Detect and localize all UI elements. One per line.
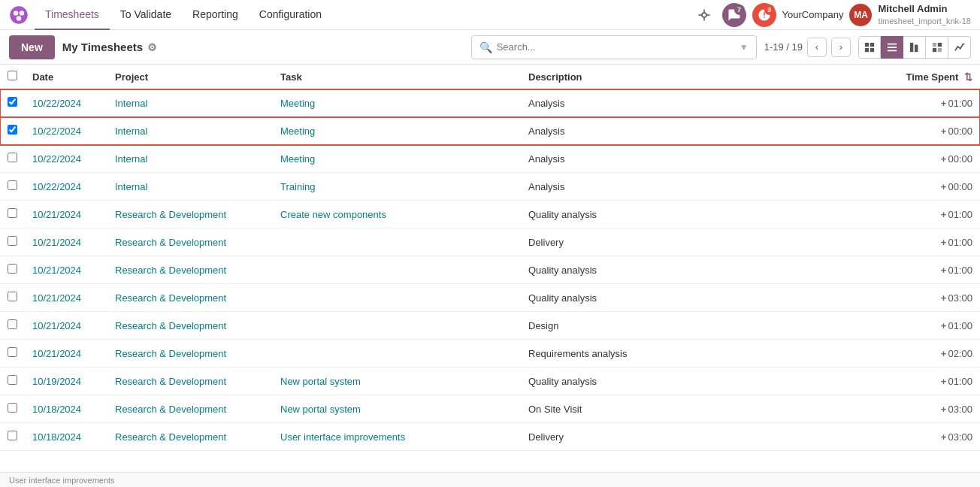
row-task[interactable]: Meeting [273, 89, 521, 117]
table-row[interactable]: 10/21/2024 Research & Development Create… [0, 201, 980, 228]
view-kanban-btn[interactable] [858, 36, 881, 59]
view-pivot-btn[interactable] [926, 36, 948, 59]
nav-reporting[interactable]: Reporting [182, 0, 249, 30]
search-dropdown-arrow[interactable]: ▼ [740, 42, 749, 53]
time-add-icon[interactable]: + [941, 431, 947, 443]
nav-configuration[interactable]: Configuration [249, 0, 332, 30]
row-task[interactable]: New portal system [273, 368, 521, 395]
row-checkbox[interactable] [8, 431, 17, 440]
row-checkbox-cell [0, 228, 25, 256]
row-checkbox[interactable] [8, 180, 17, 190]
table-row[interactable]: 10/18/2024 Research & Development User i… [0, 423, 980, 451]
header-description[interactable]: Description [521, 65, 897, 89]
row-task[interactable]: Meeting [273, 117, 521, 145]
bug-icon-btn[interactable] [692, 3, 716, 27]
app-logo[interactable] [9, 5, 29, 25]
select-all-header[interactable] [0, 65, 25, 89]
row-task[interactable] [273, 284, 521, 312]
row-checkbox[interactable] [8, 208, 17, 218]
row-task[interactable]: New portal system [273, 395, 521, 423]
table-row[interactable]: 10/22/2024 Internal Training Analysis +0… [0, 173, 980, 201]
table-row[interactable]: 10/21/2024 Research & Development Design… [0, 312, 980, 340]
row-checkbox[interactable] [8, 347, 17, 357]
next-page-btn[interactable]: › [831, 38, 851, 57]
row-task[interactable]: Meeting [273, 145, 521, 173]
table-row[interactable]: 10/22/2024 Internal Meeting Analysis +00… [0, 117, 980, 145]
row-project[interactable]: Research & Development [107, 256, 273, 284]
row-project[interactable]: Research & Development [107, 368, 273, 395]
row-task[interactable] [273, 228, 521, 256]
row-project[interactable]: Internal [107, 117, 273, 145]
row-time: +01:00 [897, 228, 980, 256]
table-row[interactable]: 10/22/2024 Internal Meeting Analysis +00… [0, 145, 980, 173]
row-time: +01:00 [897, 368, 980, 395]
row-project[interactable]: Research & Development [107, 423, 273, 451]
time-add-icon[interactable]: + [941, 376, 947, 387]
time-add-icon[interactable]: + [941, 348, 947, 359]
activity-icon-btn[interactable]: 3 [752, 3, 776, 27]
time-add-icon[interactable]: + [941, 320, 947, 331]
new-button[interactable]: New [9, 35, 55, 59]
user-info[interactable]: Mitchell Admin timesheet_import_knk-18 [878, 3, 971, 26]
row-checkbox[interactable] [8, 375, 17, 385]
header-date[interactable]: Date [25, 65, 107, 89]
row-task[interactable]: Training [273, 173, 521, 201]
time-add-icon[interactable]: + [941, 237, 947, 248]
row-task[interactable] [273, 340, 521, 368]
user-avatar[interactable]: MA [849, 4, 872, 26]
row-task[interactable] [273, 256, 521, 284]
row-checkbox[interactable] [8, 125, 17, 135]
table-row[interactable]: 10/21/2024 Research & Development Qualit… [0, 256, 980, 284]
table-row[interactable]: 10/22/2024 Internal Meeting Analysis +01… [0, 89, 980, 117]
row-checkbox[interactable] [8, 264, 17, 274]
topbar: Timesheets To Validate Reporting Configu… [0, 0, 980, 30]
row-project[interactable]: Research & Development [107, 284, 273, 312]
settings-gear-icon[interactable]: ⚙ [147, 41, 157, 53]
header-project[interactable]: Project [107, 65, 273, 89]
row-task[interactable]: Create new components [273, 201, 521, 228]
nav-timesheets[interactable]: Timesheets [35, 0, 110, 30]
row-description: Analysis [521, 89, 897, 117]
select-all-checkbox[interactable] [8, 71, 17, 80]
nav-to-validate[interactable]: To Validate [110, 0, 182, 30]
row-checkbox[interactable] [8, 403, 17, 413]
row-project[interactable]: Internal [107, 145, 273, 173]
table-row[interactable]: 10/21/2024 Research & Development Requir… [0, 340, 980, 368]
prev-page-btn[interactable]: ‹ [807, 38, 827, 57]
row-task[interactable]: User interface improvements [273, 423, 521, 451]
time-add-icon[interactable]: + [941, 126, 947, 137]
row-checkbox[interactable] [8, 319, 17, 329]
time-add-icon[interactable]: + [941, 181, 947, 192]
table-row[interactable]: 10/18/2024 Research & Development New po… [0, 395, 980, 423]
row-project[interactable]: Research & Development [107, 228, 273, 256]
row-project[interactable]: Research & Development [107, 395, 273, 423]
row-project[interactable]: Research & Development [107, 340, 273, 368]
header-task[interactable]: Task [273, 65, 521, 89]
search-input[interactable] [497, 41, 735, 53]
row-checkbox[interactable] [8, 236, 17, 246]
row-checkbox[interactable] [8, 153, 17, 162]
time-add-icon[interactable]: + [941, 153, 947, 165]
row-project[interactable]: Internal [107, 89, 273, 117]
header-time-spent[interactable]: Time Spent ⇅ [897, 65, 980, 89]
view-graph-btn[interactable] [948, 36, 971, 59]
table-row[interactable]: 10/21/2024 Research & Development Qualit… [0, 284, 980, 312]
row-checkbox[interactable] [8, 292, 17, 301]
time-add-icon[interactable]: + [941, 98, 947, 109]
view-list-btn[interactable] [881, 36, 903, 59]
row-checkbox[interactable] [8, 97, 17, 107]
table-row[interactable]: 10/21/2024 Research & Development Delive… [0, 228, 980, 256]
time-add-icon[interactable]: + [941, 209, 947, 220]
row-project[interactable]: Internal [107, 173, 273, 201]
chat-icon-btn[interactable]: 7 [722, 3, 746, 27]
row-project[interactable]: Research & Development [107, 312, 273, 340]
row-project[interactable]: Research & Development [107, 201, 273, 228]
row-time: +01:00 [897, 312, 980, 340]
company-name[interactable]: YourCompany [782, 9, 844, 20]
table-row[interactable]: 10/19/2024 Research & Development New po… [0, 368, 980, 395]
row-task[interactable] [273, 312, 521, 340]
time-add-icon[interactable]: + [941, 404, 947, 415]
time-add-icon[interactable]: + [941, 265, 947, 276]
time-add-icon[interactable]: + [941, 292, 947, 304]
view-activity-btn[interactable] [903, 36, 926, 59]
